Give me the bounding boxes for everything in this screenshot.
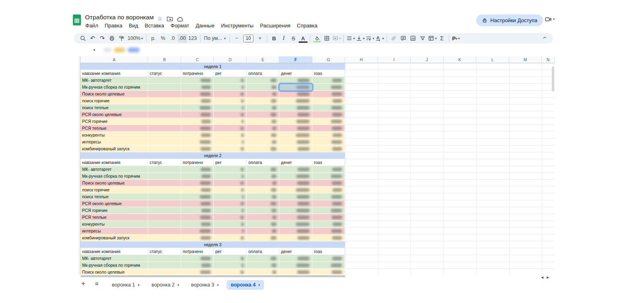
cell[interactable] — [214, 200, 247, 207]
cloud-status-icon[interactable] — [177, 16, 184, 22]
cell[interactable] — [312, 173, 345, 180]
cell-label[interactable]: РСЯ теплые — [80, 214, 148, 221]
italic-button[interactable]: I — [279, 34, 289, 43]
cell-label[interactable]: интересы — [80, 139, 148, 145]
cell[interactable] — [279, 98, 312, 104]
cell[interactable] — [247, 91, 279, 98]
cell[interactable] — [279, 214, 312, 221]
cell-label[interactable]: Мк-ручная сборка по горячим — [80, 262, 148, 269]
cell[interactable] — [279, 187, 312, 193]
horizontal-align-button[interactable]: ▾ — [346, 34, 355, 43]
cell[interactable] — [279, 193, 312, 200]
column-header-K[interactable]: K — [444, 56, 476, 63]
cell[interactable] — [312, 166, 345, 173]
format-currency-button[interactable]: р. — [149, 34, 158, 43]
cell-label[interactable]: конкуренты — [80, 221, 148, 228]
cell[interactable] — [181, 77, 214, 84]
cell[interactable] — [214, 84, 247, 91]
cell[interactable] — [148, 145, 181, 152]
cell[interactable] — [247, 269, 279, 274]
cell[interactable] — [312, 98, 345, 104]
column-header-L[interactable]: L — [476, 56, 509, 63]
horizontal-scrollbar[interactable] — [80, 275, 345, 277]
text-rotation-button[interactable]: ▾ — [375, 34, 384, 43]
cell[interactable] — [148, 255, 181, 262]
search-icon[interactable] — [78, 34, 88, 43]
cell[interactable] — [148, 228, 181, 235]
cell[interactable] — [279, 118, 312, 125]
borders-button[interactable] — [322, 34, 332, 43]
cell[interactable] — [148, 214, 181, 221]
cell[interactable] — [214, 221, 247, 228]
cell[interactable] — [181, 200, 214, 207]
table-column-header[interactable]: roas — [312, 248, 345, 255]
cell-label[interactable]: интересы — [80, 228, 148, 235]
cell[interactable] — [312, 262, 345, 269]
cell[interactable] — [279, 91, 312, 98]
cell[interactable] — [181, 221, 214, 228]
cell[interactable] — [312, 111, 345, 118]
share-settings-button[interactable]: Настройки Доступа — [476, 15, 543, 26]
cell[interactable] — [214, 193, 247, 200]
cell[interactable] — [181, 262, 214, 269]
cell[interactable] — [312, 139, 345, 145]
cell[interactable] — [181, 173, 214, 180]
cell[interactable] — [312, 207, 345, 214]
functions-button[interactable]: Σ — [437, 34, 447, 43]
sheet-tab-3[interactable]: воронка 4▾ — [227, 280, 264, 290]
chevron-down-icon[interactable]: ▾ — [178, 283, 179, 287]
table-column-header[interactable]: потрачено — [181, 159, 214, 166]
table-column-header[interactable]: денег — [279, 70, 312, 77]
table-column-header[interactable]: навзание компания — [80, 159, 148, 166]
document-title[interactable]: Отработка по воронкам — [85, 14, 154, 21]
cell[interactable] — [279, 207, 312, 214]
menu-item-4[interactable]: Формат — [167, 22, 192, 29]
name-box-chevron-icon[interactable]: ▾ — [93, 48, 95, 52]
cell-label[interactable]: комбинированый запуск — [80, 145, 148, 152]
cell[interactable] — [312, 145, 345, 152]
cell[interactable] — [279, 228, 312, 235]
cell[interactable] — [279, 139, 312, 145]
column-header-E[interactable]: E — [247, 56, 279, 63]
cell[interactable] — [279, 125, 312, 132]
collapse-toolbar-icon[interactable] — [542, 35, 547, 40]
fill-color-button[interactable] — [312, 34, 322, 43]
cell[interactable] — [247, 77, 279, 84]
spreadsheet-grid[interactable]: ABCDEFGHIJKLMNнеделя 1навзание компанияс… — [78, 56, 555, 274]
tab-scroll-left-icon[interactable]: ◀ — [541, 276, 543, 279]
cell[interactable] — [214, 139, 247, 145]
cell[interactable] — [247, 228, 279, 235]
bold-button[interactable]: B — [269, 34, 279, 43]
cell[interactable] — [279, 111, 312, 118]
text-color-button[interactable]: A — [298, 34, 308, 43]
cell[interactable] — [279, 166, 312, 173]
cell[interactable] — [214, 111, 247, 118]
cell[interactable] — [247, 207, 279, 214]
cell[interactable] — [214, 166, 247, 173]
table-column-header[interactable]: статус — [148, 248, 181, 255]
cell[interactable] — [279, 145, 312, 152]
increase-decimal-button[interactable]: .00 — [178, 34, 187, 43]
cell[interactable] — [181, 132, 214, 139]
paint-format-button[interactable] — [117, 34, 126, 43]
cell[interactable] — [148, 166, 181, 173]
cell[interactable] — [312, 214, 345, 221]
cell[interactable] — [214, 125, 247, 132]
cell[interactable] — [181, 228, 214, 235]
cell[interactable] — [148, 77, 181, 84]
cell[interactable] — [214, 187, 247, 193]
table-column-header[interactable]: навзание компания — [80, 70, 148, 77]
cell[interactable] — [312, 200, 345, 207]
chevron-down-icon[interactable]: ▾ — [258, 283, 260, 287]
sheet-tab-2[interactable]: воронка 3▾ — [187, 280, 223, 290]
cell[interactable] — [312, 235, 345, 241]
cell[interactable] — [214, 104, 247, 111]
vertical-scrollbar[interactable] — [552, 66, 554, 91]
cell-label[interactable]: МК- автотаргет — [80, 77, 148, 84]
text-wrap-button[interactable]: ▾ — [365, 34, 375, 43]
cell[interactable] — [148, 84, 181, 91]
cell[interactable] — [214, 173, 247, 180]
insert-link-button[interactable] — [389, 34, 398, 43]
cell-label[interactable]: РСЯ около целевые — [80, 200, 148, 207]
cell[interactable] — [247, 214, 279, 221]
